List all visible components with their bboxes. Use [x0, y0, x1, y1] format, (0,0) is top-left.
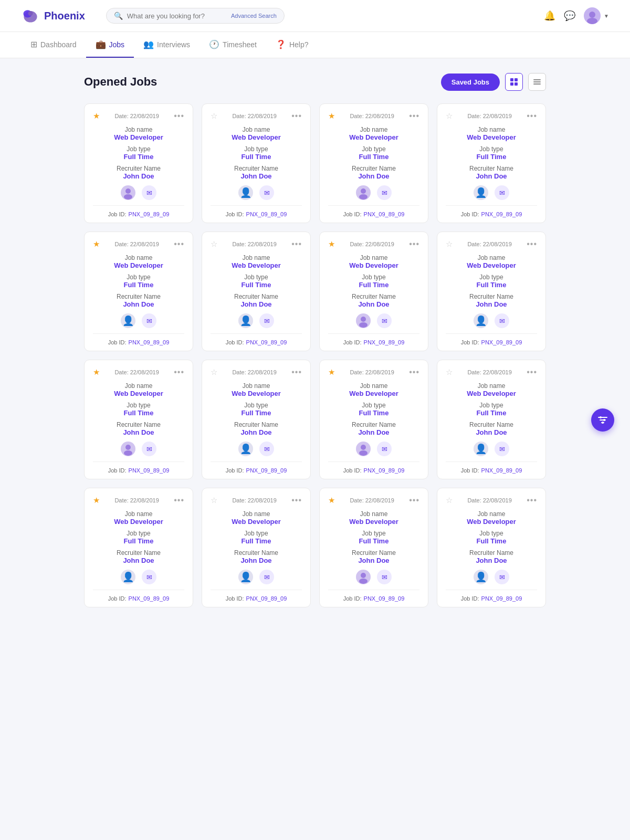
job-type-label: Job type [93, 530, 184, 537]
email-icon[interactable]: ✉ [142, 313, 156, 328]
star-icon[interactable]: ★ [328, 368, 335, 377]
job-id-label: Job ID: [226, 339, 244, 345]
filter-button[interactable] [591, 408, 614, 432]
search-input[interactable] [127, 12, 227, 20]
search-bar[interactable]: 🔍 Advanced Search [106, 8, 285, 24]
job-id-label: Job ID: [343, 595, 362, 602]
card-icons: 👤 ✉ [211, 185, 302, 206]
more-options-icon[interactable]: ••• [527, 239, 537, 249]
nav-item-interviews[interactable]: 👥 Interviews [134, 32, 200, 58]
job-id-value: PNX_09_89_09 [364, 339, 405, 345]
star-icon[interactable]: ☆ [446, 111, 453, 121]
job-name-value: Web Developer [328, 133, 419, 141]
job-id-value: PNX_09_89_09 [129, 211, 170, 217]
notification-icon[interactable]: 🔔 [544, 10, 555, 22]
job-name-label: Job name [211, 254, 302, 261]
card-icons: 👤 ✉ [446, 570, 537, 590]
email-icon[interactable]: ✉ [142, 570, 156, 584]
more-options-icon[interactable]: ••• [527, 368, 537, 377]
chat-icon[interactable]: 💬 [564, 10, 575, 22]
job-card: ★ Date: 22/08/2019 ••• Job name Web Deve… [319, 103, 428, 223]
job-name-value: Web Developer [211, 133, 302, 141]
more-options-icon[interactable]: ••• [291, 368, 302, 377]
more-options-icon[interactable]: ••• [527, 111, 537, 121]
star-icon[interactable]: ☆ [446, 496, 453, 505]
recruiter-value: John Doe [446, 172, 537, 180]
email-icon[interactable]: ✉ [377, 570, 392, 584]
more-options-icon[interactable]: ••• [174, 496, 184, 505]
job-card: ☆ Date: 22/08/2019 ••• Job name Web Deve… [202, 103, 311, 223]
star-icon[interactable]: ★ [93, 496, 100, 505]
more-options-icon[interactable]: ••• [409, 368, 419, 377]
job-id-value: PNX_09_89_09 [246, 339, 287, 345]
email-icon[interactable]: ✉ [377, 442, 392, 456]
nav-item-help[interactable]: ❓ Help? [266, 32, 318, 58]
email-icon[interactable]: ✉ [495, 185, 509, 200]
email-icon[interactable]: ✉ [377, 313, 392, 328]
more-options-icon[interactable]: ••• [409, 496, 419, 505]
job-card: ☆ Date: 22/08/2019 ••• Job name Web Deve… [202, 488, 311, 607]
card-body: Job name Web Developer Job type Full Tim… [328, 254, 419, 308]
star-icon[interactable]: ★ [328, 111, 335, 121]
card-top: ☆ Date: 22/08/2019 ••• [446, 111, 537, 121]
star-icon[interactable]: ★ [93, 239, 100, 249]
saved-jobs-button[interactable]: Saved Jobs [441, 74, 500, 91]
card-date: Date: 22/08/2019 [467, 497, 511, 503]
job-card: ☆ Date: 22/08/2019 ••• Job name Web Deve… [437, 488, 546, 607]
card-footer: Job ID: PNX_09_89_09 [446, 467, 537, 474]
recruiter-label: Recruiter Name [328, 165, 419, 172]
card-footer: Job ID: PNX_09_89_09 [93, 339, 184, 345]
star-icon[interactable]: ☆ [446, 239, 453, 249]
email-icon[interactable]: ✉ [142, 185, 156, 200]
email-icon[interactable]: ✉ [495, 313, 509, 328]
email-icon[interactable]: ✉ [495, 442, 509, 456]
nav-item-dashboard[interactable]: ⊞ Dashboard [21, 32, 86, 58]
card-footer: Job ID: PNX_09_89_09 [211, 595, 302, 602]
star-icon[interactable]: ★ [328, 496, 335, 505]
email-icon[interactable]: ✉ [377, 185, 392, 200]
job-type-label: Job type [328, 274, 419, 281]
email-icon[interactable]: ✉ [142, 442, 156, 456]
star-icon[interactable]: ☆ [211, 496, 217, 505]
more-options-icon[interactable]: ••• [174, 368, 184, 377]
card-icons: ✉ [328, 570, 419, 590]
more-options-icon[interactable]: ••• [527, 496, 537, 505]
svg-point-4 [587, 18, 597, 24]
more-options-icon[interactable]: ••• [291, 111, 302, 121]
more-options-icon[interactable]: ••• [409, 111, 419, 121]
grid-view-button[interactable] [505, 73, 523, 91]
card-footer: Job ID: PNX_09_89_09 [93, 211, 184, 217]
star-icon[interactable]: ☆ [211, 239, 217, 249]
star-icon[interactable]: ★ [93, 368, 100, 377]
job-type-label: Job type [211, 145, 302, 153]
more-options-icon[interactable]: ••• [409, 239, 419, 249]
list-view-button[interactable] [528, 73, 546, 91]
card-date: Date: 22/08/2019 [467, 369, 511, 375]
nav-item-jobs[interactable]: 💼 Jobs [86, 32, 134, 58]
more-options-icon[interactable]: ••• [291, 239, 302, 249]
nav-item-timesheet[interactable]: 🕐 Timesheet [200, 32, 266, 58]
job-name-label: Job name [446, 126, 537, 133]
job-id-value: PNX_09_89_09 [129, 467, 170, 474]
star-icon[interactable]: ☆ [211, 368, 217, 377]
more-options-icon[interactable]: ••• [174, 239, 184, 249]
star-icon[interactable]: ★ [328, 239, 335, 249]
star-icon[interactable]: ★ [93, 111, 100, 121]
card-body: Job name Web Developer Job type Full Tim… [446, 254, 537, 308]
svg-rect-7 [510, 82, 513, 86]
card-icons: 👤 ✉ [446, 313, 537, 334]
star-icon[interactable]: ☆ [446, 368, 453, 377]
email-icon[interactable]: ✉ [259, 570, 274, 584]
advanced-search-link[interactable]: Advanced Search [231, 13, 277, 19]
card-footer: Job ID: PNX_09_89_09 [446, 211, 537, 217]
star-icon[interactable]: ☆ [211, 111, 217, 121]
email-icon[interactable]: ✉ [259, 185, 274, 200]
more-options-icon[interactable]: ••• [174, 111, 184, 121]
email-icon[interactable]: ✉ [495, 570, 509, 584]
more-options-icon[interactable]: ••• [291, 496, 302, 505]
card-footer: Job ID: PNX_09_89_09 [211, 467, 302, 474]
card-body: Job name Web Developer Job type Full Tim… [211, 126, 302, 180]
email-icon[interactable]: ✉ [259, 313, 274, 328]
email-icon[interactable]: ✉ [259, 442, 274, 456]
user-avatar-area[interactable]: ▼ [584, 7, 609, 24]
